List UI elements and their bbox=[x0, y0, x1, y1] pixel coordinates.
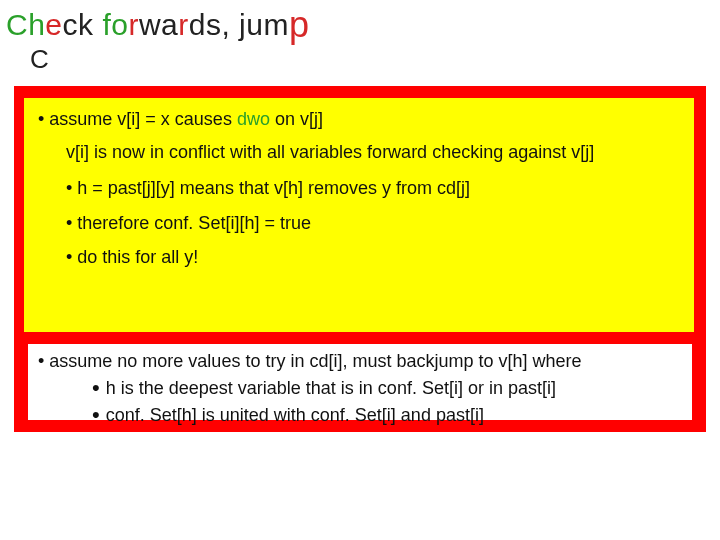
slide-title: Check forwards, jump bbox=[6, 4, 310, 46]
title-frag-2: e bbox=[45, 8, 62, 41]
yellow-bullet-3: • do this for all y! bbox=[66, 246, 680, 269]
white-line-1: • assume no more values to try in cd[i],… bbox=[38, 350, 682, 373]
title-frag-6: wa bbox=[139, 8, 178, 41]
yellow-content-block: • assume v[i] = x causes dwo on v[j] v[i… bbox=[24, 98, 694, 332]
title-frag-4: fo bbox=[94, 8, 129, 41]
yellow-line-1-post: on v[j] bbox=[270, 109, 323, 129]
white-content-block: • assume no more values to try in cd[i],… bbox=[28, 344, 692, 420]
title-frag-1: Ch bbox=[6, 8, 45, 41]
white-sub-2-text: conf. Set[h] is united with conf. Set[i]… bbox=[106, 405, 484, 425]
yellow-line-1: • assume v[i] = x causes dwo on v[j] bbox=[38, 108, 680, 131]
title-frag-9: p bbox=[289, 4, 310, 45]
title-frag-5: r bbox=[128, 8, 139, 41]
white-sub-1: •h is the deepest variable that is in co… bbox=[92, 373, 682, 401]
subtitle-c: C bbox=[30, 44, 49, 75]
title-frag-3: ck bbox=[63, 8, 94, 41]
bullet-icon: • bbox=[92, 374, 100, 402]
yellow-line-1-pre: • assume v[i] = x causes bbox=[38, 109, 237, 129]
yellow-bullet-1: • h = past[j][y] means that v[h] removes… bbox=[66, 177, 680, 200]
title-frag-8: ds, jum bbox=[189, 8, 289, 41]
title-frag-7: r bbox=[178, 8, 189, 41]
yellow-line-1-dwo: dwo bbox=[237, 109, 270, 129]
yellow-indent-1: v[i] is now in conflict with all variabl… bbox=[66, 141, 680, 164]
white-sub-2: •conf. Set[h] is united with conf. Set[i… bbox=[92, 400, 682, 428]
white-sub-1-text: h is the deepest variable that is in con… bbox=[106, 378, 556, 398]
yellow-bullet-2: • therefore conf. Set[i][h] = true bbox=[66, 212, 680, 235]
bullet-icon: • bbox=[92, 401, 100, 429]
